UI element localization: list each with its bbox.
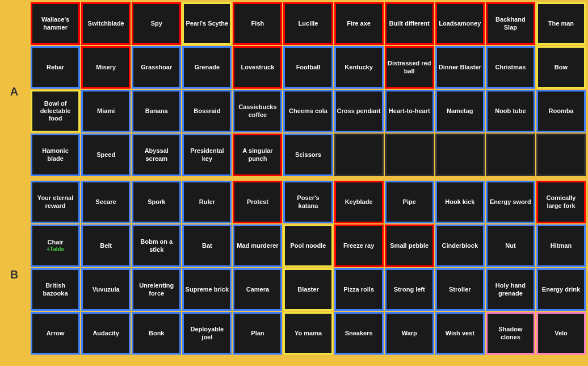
cell-b-1-4[interactable]: Mad murderer: [233, 224, 282, 267]
cell-a-3-2[interactable]: Abyssal scream: [132, 134, 181, 176]
cell-b-3-3[interactable]: Deployable joel: [182, 312, 232, 355]
cell-b-2-10[interactable]: Energy drink: [536, 268, 586, 311]
cell-a-1-6[interactable]: Kentucky: [334, 46, 384, 89]
cell-text: Strong left: [394, 286, 425, 293]
row-a-1: RebarMiseryGrasshoarGrenadeLovestruckFoo…: [31, 46, 586, 89]
cell-a-2-10[interactable]: Roomba: [536, 90, 586, 132]
main-grid: Wallace's hammerSwitchbladeSpyPearl's Sc…: [28, 0, 588, 366]
cell-b-3-8[interactable]: Wish vest: [435, 312, 485, 355]
cell-b-1-3[interactable]: Bat: [182, 224, 232, 267]
cell-a-2-0[interactable]: Bowl of delectable food: [31, 90, 80, 132]
cell-a-1-7[interactable]: Distressed red ball: [385, 46, 434, 89]
cell-a-0-1[interactable]: Switchblade: [81, 2, 131, 45]
cell-b-2-7[interactable]: Strong left: [385, 268, 434, 311]
cell-text: Bat: [202, 242, 212, 249]
cell-a-2-3[interactable]: Bossraid: [182, 90, 232, 132]
cell-b-0-1[interactable]: Secare: [81, 181, 131, 223]
cell-a-2-8[interactable]: Nametag: [435, 90, 485, 132]
cell-b-0-3[interactable]: Ruler: [182, 181, 232, 223]
cell-b-1-0[interactable]: Chair+Table: [31, 224, 80, 267]
cell-text: Nametag: [447, 107, 473, 115]
cell-a-1-1[interactable]: Misery: [81, 46, 131, 89]
cell-a-3-10[interactable]: [536, 134, 586, 176]
cell-a-0-3[interactable]: Pearl's Scythe: [182, 2, 232, 45]
row-a-0: Wallace's hammerSwitchbladeSpyPearl's Sc…: [31, 2, 586, 45]
cell-b-1-6[interactable]: Freeze ray: [334, 224, 384, 267]
cell-a-0-10[interactable]: The man: [536, 2, 586, 45]
cell-a-3-8[interactable]: [435, 134, 485, 176]
cell-b-0-8[interactable]: Hook kick: [435, 181, 485, 223]
cell-a-0-2[interactable]: Spy: [132, 2, 181, 45]
cell-a-0-6[interactable]: Fire axe: [334, 2, 384, 45]
cell-a-0-5[interactable]: Lucille: [283, 2, 333, 45]
cell-b-3-0[interactable]: Arrow: [31, 312, 80, 355]
cell-a-1-0[interactable]: Rebar: [31, 46, 80, 89]
cell-a-2-2[interactable]: Banana: [132, 90, 181, 132]
cell-b-1-10[interactable]: Hitman: [536, 224, 586, 267]
cell-b-0-4[interactable]: Protest: [233, 181, 282, 223]
cell-b-1-5[interactable]: Pool noodle: [283, 224, 333, 267]
cell-b-2-3[interactable]: Supreme brick: [182, 268, 232, 311]
cell-b-3-6[interactable]: Sneakers: [334, 312, 384, 355]
cell-a-3-5[interactable]: Scissors: [283, 134, 333, 176]
cell-a-1-9[interactable]: Christmas: [486, 46, 535, 89]
cell-b-2-6[interactable]: Pizza rolls: [334, 268, 384, 311]
cell-b-2-4[interactable]: Camera: [233, 268, 282, 311]
cell-b-0-2[interactable]: Spork: [132, 181, 181, 223]
cell-a-1-2[interactable]: Grasshoar: [132, 46, 181, 89]
cell-a-3-0[interactable]: Hamonic blade: [31, 134, 80, 176]
cell-a-2-6[interactable]: Cross pendant: [334, 90, 384, 132]
cell-a-1-5[interactable]: Football: [283, 46, 333, 89]
cell-a-1-3[interactable]: Grenade: [182, 46, 232, 89]
cell-b-2-0[interactable]: British bazooka: [31, 268, 80, 311]
cell-text: Lucille: [299, 20, 318, 27]
cell-b-1-9[interactable]: Nut: [486, 224, 535, 267]
cell-a-0-8[interactable]: Loadsamoney: [435, 2, 485, 45]
cell-b-1-7[interactable]: Small pebble: [385, 224, 434, 267]
cell-b-2-5[interactable]: Blaster: [283, 268, 333, 311]
cell-b-0-5[interactable]: Poser's katana: [283, 181, 333, 223]
cell-b-3-7[interactable]: Warp: [385, 312, 434, 355]
cell-a-0-7[interactable]: Built different: [385, 2, 434, 45]
cell-a-3-3[interactable]: Presidental key: [182, 134, 232, 176]
cell-text: Hook kick: [445, 198, 474, 206]
cell-b-3-10[interactable]: Velo: [536, 312, 586, 355]
cell-b-1-1[interactable]: Belt: [81, 224, 131, 267]
row-b-1: Chair+TableBeltBobm on a stickBatMad mur…: [31, 224, 586, 267]
cell-b-3-4[interactable]: Plan: [233, 312, 282, 355]
cell-text: Lovestruck: [241, 64, 275, 71]
cell-b-3-2[interactable]: Bonk: [132, 312, 181, 355]
cell-b-0-9[interactable]: Energy sword: [486, 181, 535, 223]
cell-b-1-2[interactable]: Bobm on a stick: [132, 224, 181, 267]
cell-b-0-6[interactable]: Keyblade: [334, 181, 384, 223]
cell-a-0-0[interactable]: Wallace's hammer: [31, 2, 80, 45]
cell-a-2-5[interactable]: Cheems cola: [283, 90, 333, 132]
row-b-2: British bazookaVuvuzulaUnrelenting force…: [31, 268, 586, 311]
cell-text: Cross pendant: [337, 107, 381, 115]
cell-b-3-9[interactable]: Shadow clones: [486, 312, 535, 355]
cell-b-2-2[interactable]: Unrelenting force: [132, 268, 181, 311]
cell-a-3-4[interactable]: A singular punch: [233, 134, 282, 176]
cell-a-3-9[interactable]: [486, 134, 535, 176]
cell-b-3-5[interactable]: Yo mama: [283, 312, 333, 355]
cell-b-3-1[interactable]: Audacity: [81, 312, 131, 355]
cell-b-2-1[interactable]: Vuvuzula: [81, 268, 131, 311]
cell-a-0-4[interactable]: Fish: [233, 2, 282, 45]
cell-b-2-9[interactable]: Holy hand grenade: [486, 268, 535, 311]
cell-a-0-9[interactable]: Backhand Slap: [486, 2, 535, 45]
cell-a-1-10[interactable]: Bow: [536, 46, 586, 89]
cell-a-2-4[interactable]: Cassiebucks coffee: [233, 90, 282, 132]
cell-a-3-7[interactable]: [385, 134, 434, 176]
cell-b-2-8[interactable]: Stroller: [435, 268, 485, 311]
cell-b-0-10[interactable]: Comically large fork: [536, 181, 586, 223]
cell-a-2-1[interactable]: Miami: [81, 90, 131, 132]
cell-b-1-8[interactable]: Cinderblock: [435, 224, 485, 267]
cell-b-0-7[interactable]: Pipe: [385, 181, 434, 223]
cell-a-2-7[interactable]: Heart-to-heart: [385, 90, 434, 132]
cell-a-1-4[interactable]: Lovestruck: [233, 46, 282, 89]
cell-b-0-0[interactable]: Your eternal reward: [31, 181, 80, 223]
cell-a-3-6[interactable]: [334, 134, 384, 176]
cell-a-2-9[interactable]: Noob tube: [486, 90, 535, 132]
cell-a-3-1[interactable]: Speed: [81, 134, 131, 176]
cell-a-1-8[interactable]: Dinner Blaster: [435, 46, 485, 89]
